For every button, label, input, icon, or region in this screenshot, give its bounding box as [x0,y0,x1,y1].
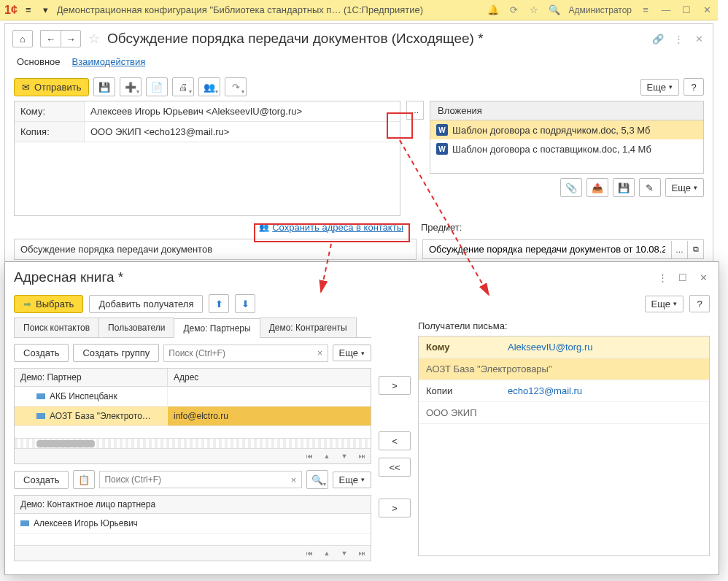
tab-users[interactable]: Пользователи [98,318,174,337]
forward-button[interactable]: → [61,30,81,47]
tab-search-contacts[interactable]: Поиск контактов [14,318,99,337]
back-button[interactable]: ← [40,30,61,47]
cc-value[interactable]: ООО ЭКИП <echo123@mail.ru> [85,122,400,142]
tab-main[interactable]: Основное [17,56,61,67]
addr-more-button[interactable]: Еще▾ [645,296,684,312]
link-icon[interactable]: 🔗 [651,32,665,45]
col-contact[interactable]: Демо: Контактное лицо партнера [15,496,371,513]
save-button[interactable]: 💾 [93,77,115,96]
move-up-button[interactable]: ⬆ [209,294,229,313]
add-to-cc-button[interactable]: > [379,499,411,517]
attachment-item[interactable]: W Шаблон договора с поставщиком.doc, 1,4… [430,139,703,158]
bell-icon[interactable]: 🔔 [487,4,500,17]
attach-clip-button[interactable]: 📎 [560,178,582,197]
partner-name: АКБ Инспецбанк [50,391,117,401]
create-button[interactable]: Создать [14,344,69,362]
search-clear-icon[interactable]: × [313,347,328,358]
recip-row-to-name[interactable]: АОЗТ База "Электротовары" [419,358,709,380]
create-group-button[interactable]: Создать группу [73,344,159,362]
kebab-icon[interactable]: ⋮ [672,32,685,45]
table-row[interactable]: Алексеев Игорь Юрьевич [15,514,371,534]
dropdown-icon[interactable]: ▾ [39,4,53,17]
nav-prev-icon[interactable]: ▲ [320,547,334,559]
send-button[interactable]: ✉ Отправить [14,78,89,96]
maximize-icon[interactable]: ☐ [680,4,693,17]
nav-first-icon[interactable]: ⏮ [302,450,317,462]
attachments-header: Вложения [430,101,704,120]
user-label[interactable]: Администратор [568,5,632,15]
print-button[interactable]: 🖨 [172,77,194,96]
favorite-icon[interactable]: ☆ [88,31,100,47]
attach-save-button[interactable]: 💾 [613,178,635,197]
recipients-empty[interactable] [15,142,400,215]
h-scrollbar[interactable] [15,438,371,448]
search-input[interactable] [164,345,312,361]
nav-next-icon[interactable]: ▼ [337,547,352,559]
save-contacts-link[interactable]: 👥 Сохранить адреса в контакты [259,222,403,233]
recip-row-cc-name[interactable]: ООО ЭКИП [419,402,709,424]
contact-search-input[interactable] [100,472,286,488]
add-to-button[interactable]: > [379,376,411,395]
add-recipient-button[interactable]: Добавить получателя [89,295,203,313]
attach-edit-button[interactable]: ✎ [639,178,661,197]
nav-last-icon[interactable]: ⏭ [355,450,369,462]
minimize-icon[interactable]: — [659,4,673,17]
nav-next-icon[interactable]: ▼ [337,450,352,462]
contact-search-button[interactable]: 🔍 [306,470,328,489]
remove-from-button[interactable]: < [379,431,411,450]
addr-help-button[interactable]: ? [689,295,710,312]
group-button[interactable]: 👥 [198,77,220,96]
subject-open-button[interactable]: ⧉ [687,241,703,258]
nav-last-icon[interactable]: ⏭ [355,547,369,559]
recip-cc-val: echo123@mail.ru [500,380,709,401]
forward-action-button[interactable]: ↷ [225,77,247,96]
subject-input[interactable] [423,240,671,258]
search-icon[interactable]: 🔍 [548,4,561,17]
home-button[interactable]: ⌂ [12,30,33,47]
hamburger-icon[interactable]: ≡ [22,4,35,17]
attach-more-button[interactable]: Еще▾ [665,178,704,197]
add-button[interactable]: ➕ [120,77,142,96]
table-row[interactable]: АКБ Инспецбанк [15,387,371,407]
addr-close-icon[interactable]: ✕ [697,271,710,284]
cc-label: Копия: [15,122,85,142]
more-button[interactable]: Еще▾ [640,79,679,96]
partners-more-button[interactable]: Еще▾ [333,345,371,361]
table-row[interactable]: АОЗТ База "Электрото… info@elctro.ru [15,407,371,426]
nav-prev-icon[interactable]: ▲ [320,450,334,462]
tab-interactions[interactable]: Взаимодействия [72,56,146,67]
item-icon [36,413,45,419]
help-button[interactable]: ? [684,78,704,96]
subject-label: Предмет: [412,219,471,239]
recip-row-cc[interactable]: Копии echo123@mail.ru [419,380,709,402]
nav-first-icon[interactable]: ⏮ [302,547,317,559]
subject-left-input[interactable]: Обсуждение порядка передачи документов [14,239,417,260]
col-partner[interactable]: Демо: Партнер [15,369,168,386]
copy-button[interactable]: 📄 [146,77,168,96]
transfer-buttons: > < << > [379,318,411,558]
remove-all-button[interactable]: << [379,458,411,477]
recip-row-to[interactable]: Кому AlekseevIU@torg.ru [419,336,709,358]
addr-kebab-icon[interactable]: ⋮ [656,271,669,284]
attachment-item[interactable]: W Шаблон договора с подрядчиком.doc, 5,3… [430,120,703,139]
tab-contractors[interactable]: Демо: Контрагенты [260,318,357,337]
tab-partners[interactable]: Демо: Партнеры [174,318,260,338]
attach-box-button[interactable]: 📤 [586,178,608,197]
refresh-icon[interactable]: ⟳ [507,4,520,17]
settings-icon[interactable]: ≡ [639,4,652,17]
select-button[interactable]: ➡ Выбрать [14,295,83,313]
star-icon[interactable]: ☆ [527,4,541,17]
col-address[interactable]: Адрес [168,369,371,386]
subject-picker-button[interactable]: … [671,241,687,258]
addr-maximize-icon[interactable]: ☐ [676,271,689,284]
create-contact-button[interactable]: Создать [14,471,69,489]
move-down-button[interactable]: ⬇ [235,294,255,313]
to-value[interactable]: Алексеев Игорь Юрьевич <AlekseevIU@torg.… [85,101,400,122]
item-icon [20,520,29,526]
copy-contact-button[interactable]: 📋 [73,470,95,489]
close-doc-icon[interactable]: ✕ [692,32,705,45]
close-icon[interactable]: ✕ [700,4,713,17]
contact-search-clear-icon[interactable]: × [287,474,301,485]
contacts-more-button[interactable]: Еще▾ [333,472,371,488]
address-picker-button[interactable]: … [406,101,424,120]
